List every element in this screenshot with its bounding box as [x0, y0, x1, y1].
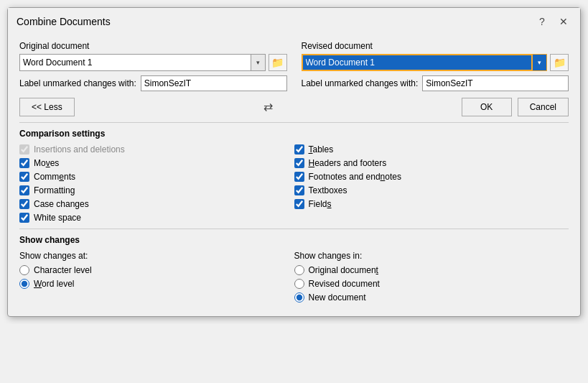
- checkbox-row-insertions: Insertions and deletions: [19, 144, 294, 154]
- checkbox-insertions[interactable]: [19, 144, 29, 154]
- show-changes-header: Show changes: [19, 235, 569, 245]
- close-button[interactable]: ✕: [556, 14, 571, 29]
- cancel-button[interactable]: Cancel: [518, 98, 569, 116]
- original-dropdown-arrow[interactable]: ▾: [251, 54, 266, 71]
- radio-row-word: Word level: [19, 279, 294, 289]
- checkboxes-right-col: Tables Headers and footers Footnotes and…: [294, 144, 569, 223]
- swap-area: ⇄: [75, 100, 462, 114]
- original-dropdown-row: Word Document 1 ▾ 📁: [19, 54, 287, 71]
- show-changes-at-col: Show changes at: Character level Word le…: [19, 251, 294, 306]
- title-bar: Combine Documents ? ✕: [8, 8, 580, 34]
- radio-row-original: Original document: [294, 265, 569, 275]
- revised-label-input[interactable]: [422, 75, 569, 91]
- ok-cancel-area: OK Cancel: [462, 98, 569, 116]
- less-button[interactable]: << Less: [19, 98, 75, 116]
- revised-folder-button[interactable]: 📁: [550, 54, 569, 71]
- combine-documents-dialog: Combine Documents ? ✕ Original document …: [7, 7, 581, 317]
- dialog-title: Combine Documents: [17, 16, 111, 27]
- radio-row-new: New document: [294, 292, 569, 303]
- checkbox-label-whitespace: White space: [34, 213, 81, 223]
- checkbox-tables[interactable]: [294, 144, 304, 154]
- checkbox-textboxes[interactable]: [294, 185, 304, 195]
- title-icons: ? ✕: [534, 14, 571, 29]
- original-label-unmarked-text: Label unmarked changes with:: [19, 78, 136, 88]
- checkbox-footnotes[interactable]: [294, 172, 304, 182]
- original-label-row: Label unmarked changes with:: [19, 75, 287, 91]
- top-row: Original document Word Document 1 ▾ 📁 La…: [19, 41, 569, 91]
- original-doc-select[interactable]: Word Document 1: [19, 54, 251, 71]
- checkboxes-grid: Insertions and deletions Moves Comments …: [19, 144, 569, 223]
- checkbox-label-moves: Moves: [34, 158, 59, 168]
- swap-button[interactable]: ⇄: [263, 100, 273, 114]
- checkbox-label-textboxes: Textboxes: [309, 185, 347, 195]
- original-doc-label: Original document: [19, 41, 287, 51]
- checkbox-row-moves: Moves: [19, 158, 294, 168]
- show-changes-section: Show changes Show changes at: Character …: [19, 229, 569, 306]
- radio-revised-doc[interactable]: [294, 279, 304, 289]
- ok-button[interactable]: OK: [462, 98, 512, 116]
- checkbox-label-comments: Comments: [34, 172, 75, 182]
- checkboxes-left-col: Insertions and deletions Moves Comments …: [19, 144, 294, 223]
- checkbox-label-insertions: Insertions and deletions: [34, 144, 125, 154]
- checkbox-whitespace[interactable]: [19, 213, 29, 223]
- radio-label-character: Character level: [34, 265, 92, 275]
- revised-doc-section: Revised document Word Document 1 ▾ 📁 Lab…: [302, 41, 569, 91]
- radio-label-revised: Revised document: [309, 279, 380, 289]
- checkbox-row-whitespace: White space: [19, 213, 294, 223]
- radio-character[interactable]: [19, 265, 29, 275]
- checkbox-moves[interactable]: [19, 158, 29, 168]
- checkbox-row-textboxes: Textboxes: [294, 185, 569, 195]
- show-at-label: Show changes at:: [19, 251, 294, 261]
- checkbox-row-tables: Tables: [294, 144, 569, 154]
- show-changes-in-col: Show changes in: Original document Revis…: [294, 251, 569, 306]
- original-doc-section: Original document Word Document 1 ▾ 📁 La…: [19, 41, 287, 91]
- checkbox-row-headers: Headers and footers: [294, 158, 569, 168]
- original-select-wrapper: Word Document 1 ▾: [19, 54, 266, 71]
- revised-dropdown-row: Word Document 1 ▾ 📁: [302, 54, 569, 71]
- radio-row-revised: Revised document: [294, 279, 569, 289]
- checkbox-case[interactable]: [19, 199, 29, 209]
- revised-doc-label: Revised document: [302, 41, 569, 51]
- checkbox-label-tables: Tables: [309, 144, 334, 154]
- dialog-body: Original document Word Document 1 ▾ 📁 La…: [8, 34, 580, 316]
- revised-doc-select[interactable]: Word Document 1: [302, 54, 533, 71]
- checkbox-label-footnotes: Footnotes and endnotes: [309, 172, 401, 182]
- checkbox-formatting[interactable]: [19, 185, 29, 195]
- checkbox-row-footnotes: Footnotes and endnotes: [294, 172, 569, 182]
- revised-select-wrapper: Word Document 1 ▾: [302, 54, 548, 71]
- less-button-area: << Less: [19, 98, 75, 116]
- checkbox-label-headers: Headers and footers: [309, 158, 387, 168]
- show-in-label: Show changes in:: [294, 251, 569, 261]
- original-folder-button[interactable]: 📁: [269, 54, 287, 71]
- comparison-settings-section: Comparison settings Insertions and delet…: [19, 122, 569, 223]
- radio-new-doc[interactable]: [294, 292, 304, 303]
- checkbox-headers[interactable]: [294, 158, 304, 168]
- show-changes-grid: Show changes at: Character level Word le…: [19, 251, 569, 306]
- revised-label-unmarked-text: Label unmarked changes with:: [302, 78, 419, 88]
- original-label-input[interactable]: [141, 75, 287, 91]
- radio-label-original: Original document: [309, 265, 378, 275]
- comparison-settings-header: Comparison settings: [19, 129, 569, 139]
- checkbox-comments[interactable]: [19, 172, 29, 182]
- revised-dropdown-arrow[interactable]: ▾: [533, 54, 547, 71]
- checkbox-label-case: Case changes: [34, 199, 89, 209]
- radio-row-character: Character level: [19, 265, 294, 275]
- checkbox-fields[interactable]: [294, 199, 304, 209]
- radio-word[interactable]: [19, 279, 29, 289]
- checkbox-row-comments: Comments: [19, 172, 294, 182]
- radio-original-doc[interactable]: [294, 265, 304, 275]
- revised-label-row: Label unmarked changes with:: [302, 75, 569, 91]
- checkbox-row-fields: Fields: [294, 199, 569, 209]
- radio-label-word: Word level: [34, 279, 74, 289]
- checkbox-label-formatting: Formatting: [34, 185, 75, 195]
- checkbox-row-formatting: Formatting: [19, 185, 294, 195]
- help-button[interactable]: ?: [534, 14, 550, 29]
- radio-label-new: New document: [309, 292, 366, 303]
- checkbox-row-case: Case changes: [19, 199, 294, 209]
- checkbox-label-fields: Fields: [309, 199, 332, 209]
